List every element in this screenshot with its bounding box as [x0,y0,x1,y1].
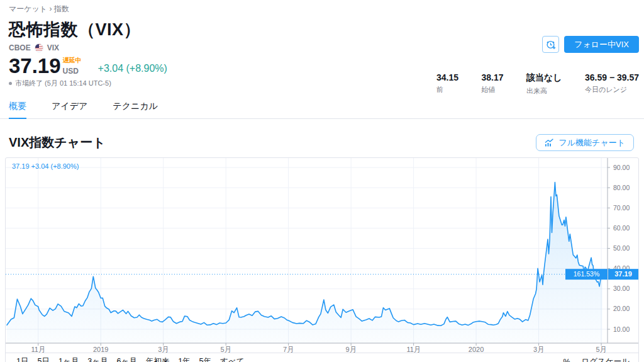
tab-bar: 概要 アイデア テクニカル [0,98,644,119]
svg-text:30.00: 30.00 [613,285,630,292]
range-1d[interactable]: 1日 [14,356,33,362]
tab-technicals[interactable]: テクニカル [113,98,158,118]
range-toolbar: 1日 5日 1ヶ月 3ヶ月 6ヶ月 年初来 1年 5年 すべて % ログスケール [6,353,638,362]
price-change: +3.04 (+8.90%) [98,62,167,75]
alarm-clock-plus-icon [545,39,557,50]
price-chart-canvas[interactable]: 90.0080.0070.0060.0050.0040.0030.0020.00… [6,158,638,353]
exchange-label: CBOE [9,43,31,52]
range-all[interactable]: すべて [216,356,248,362]
delayed-badge: 遅延中 [63,57,82,64]
chart-section-head: VIX指数チャート フル機能チャート [0,119,644,157]
svg-text:60.00: 60.00 [613,224,630,232]
price-axis[interactable]: 90.0080.0070.0060.0050.0040.0030.0020.00… [608,164,630,333]
chart-area-series [7,183,602,344]
breadcrumb[interactable]: マーケット › 指数 [0,0,644,14]
svg-text:20.00: 20.00 [613,305,630,312]
svg-text:90.00: 90.00 [613,164,630,171]
percent-scale-toggle[interactable]: % [563,358,570,362]
stat-volume: 該当なし 出来高 [526,72,562,96]
symbol-label: VIX [47,43,59,52]
chart-legend: 37.19 +3.04 (+8.90%) [12,162,79,170]
svg-text:70.00: 70.00 [613,204,630,212]
header-actions: フォロー中VIX [542,36,639,53]
stat-day-range: 36.59 − 39.57 今日のレンジ [585,72,639,96]
follow-button[interactable]: フォロー中VIX [564,36,639,53]
svg-text:80.00: 80.00 [613,184,630,191]
symbol-header: 恐怖指数（VIX） CBOE VIX 37.19 遅延中 USD +3.04 (… [0,18,644,88]
range-ytd[interactable]: 年初来 [142,356,174,362]
svg-text:37.19: 37.19 [614,270,632,278]
range-6m[interactable]: 6ヶ月 [112,356,141,362]
svg-text:50.00: 50.00 [613,244,630,252]
log-scale-toggle[interactable]: ログスケール [582,356,630,362]
scale-controls: % ログスケール [563,356,630,362]
add-alert-button[interactable] [542,36,559,53]
chart-icon [545,139,554,147]
current-price-tag: 37.19 [608,269,638,280]
header-right: フォロー中VIX 34.15 前 38.17 始値 該当なし 出来高 36.59… [375,36,639,96]
current-price: 37.19 [9,57,61,75]
stat-open: 38.17 始値 [481,72,503,96]
range-1m[interactable]: 1ヶ月 [54,356,83,362]
vix-symbol-page: マーケット › 指数 恐怖指数（VIX） CBOE VIX 37.19 遅延中 … [0,0,644,362]
us-flag-icon [35,43,43,52]
range-5y[interactable]: 5年 [195,356,216,362]
range-1y[interactable]: 1年 [174,356,194,362]
chart-card: 37.19 +3.04 (+8.90%) 90.0080.0070.0060.0… [5,157,639,362]
range-5d[interactable]: 5日 [33,356,53,362]
percent-change-tag: 161.53% [565,269,608,280]
chart-section-title: VIX指数チャート [9,134,106,151]
range-3m[interactable]: 3ヶ月 [83,356,112,362]
key-stats: 34.15 前 38.17 始値 該当なし 出来高 36.59 − 39.57 … [436,72,639,96]
svg-text:161.53%: 161.53% [574,270,599,278]
time-axis[interactable]: 11月20193月5月7月9月11月20203月5月 [31,343,607,353]
stat-prev-close: 34.15 前 [436,72,458,96]
market-status-text: 市場終了 (5月 01 15:14 UTC-5) [15,79,111,88]
tab-ideas[interactable]: アイデア [52,98,87,118]
tab-overview[interactable]: 概要 [9,98,26,119]
full-featured-chart-button[interactable]: フル機能チャート [536,134,634,151]
market-status-dot-icon [9,82,12,85]
svg-text:10.00: 10.00 [613,325,630,333]
currency-label: USD [63,67,82,75]
